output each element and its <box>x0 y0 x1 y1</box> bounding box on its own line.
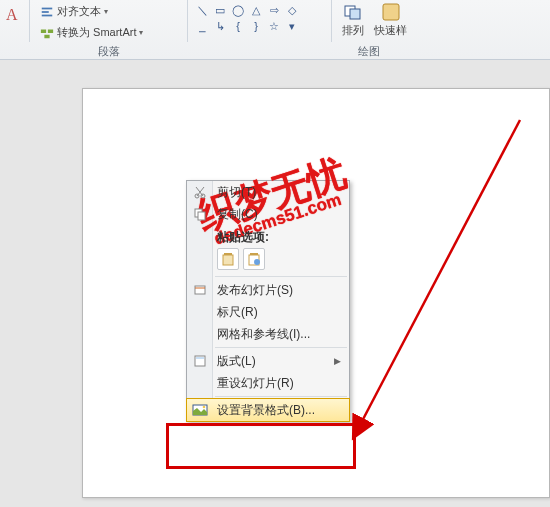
shape-oval[interactable]: ◯ <box>230 3 246 17</box>
svg-rect-4 <box>48 29 53 33</box>
shape-triangle[interactable]: △ <box>248 3 264 17</box>
chevron-down-icon: ▾ <box>104 7 108 16</box>
align-text-icon <box>40 5 54 19</box>
svg-rect-2 <box>42 14 53 16</box>
svg-rect-8 <box>383 4 399 20</box>
shape-more[interactable]: ▾ <box>284 19 300 33</box>
svg-rect-20 <box>196 357 204 359</box>
menu-format-background[interactable]: 设置背景格式(B)... <box>187 399 349 421</box>
layout-icon <box>192 353 208 369</box>
menu-copy[interactable]: 复制(C) <box>187 203 349 225</box>
menu-ruler[interactable]: 标尺(R) <box>187 301 349 323</box>
group-label-paragraph: 段落 <box>30 44 187 59</box>
shape-lineseg[interactable]: ⎯ <box>194 19 210 33</box>
menu-grid-guides[interactable]: 网格和参考线(I)... <box>187 323 349 345</box>
svg-rect-5 <box>44 34 49 38</box>
shape-rbrace[interactable]: } <box>248 19 264 33</box>
menu-separator <box>215 276 347 277</box>
shape-lbrace[interactable]: { <box>230 19 246 33</box>
shape-arrow[interactable]: ⇨ <box>266 3 282 17</box>
quick-styles-button[interactable]: 快速样 <box>370 2 411 40</box>
ribbon-group-shapes: ＼ ▭ ◯ △ ⇨ ◇ ⎯ ↳ { } ☆ ▾ <box>188 0 332 42</box>
arrange-icon <box>343 2 363 22</box>
svg-rect-7 <box>350 9 360 19</box>
shape-diamond[interactable]: ◇ <box>284 3 300 17</box>
menu-reset-label: 重设幻灯片(R) <box>217 375 294 392</box>
context-menu: 剪切(T) 复制(C) 粘贴选项: 发布幻灯片(S) 标尺(R) 网格和参考线(… <box>186 180 350 422</box>
svg-rect-0 <box>42 7 53 9</box>
convert-smartart-label: 转换为 SmartArt <box>57 25 136 40</box>
menu-publish-slides[interactable]: 发布幻灯片(S) <box>187 279 349 301</box>
svg-rect-14 <box>223 255 233 265</box>
convert-smartart-button[interactable]: 转换为 SmartArt ▾ <box>36 23 147 42</box>
paste-options-row <box>187 248 349 274</box>
ribbon-group-font-edge: A <box>0 0 30 42</box>
paste-option-1[interactable] <box>217 248 239 270</box>
arrange-button[interactable]: 排列 <box>338 2 368 40</box>
menu-cut[interactable]: 剪切(T) <box>187 181 349 203</box>
svg-rect-1 <box>42 11 49 13</box>
ribbon-group-paragraph: 对齐文本 ▾ 转换为 SmartArt ▾ 段落 <box>30 0 188 42</box>
font-color-icon[interactable]: A <box>6 6 18 24</box>
menu-publish-label: 发布幻灯片(S) <box>217 282 293 299</box>
paste-option-2[interactable] <box>243 248 265 270</box>
menu-reset-slide[interactable]: 重设幻灯片(R) <box>187 372 349 394</box>
chevron-right-icon: ▶ <box>334 356 341 366</box>
align-text-button[interactable]: 对齐文本 ▾ <box>36 2 112 21</box>
group-label-drawing: 绘图 <box>188 44 550 59</box>
menu-layout[interactable]: 版式(L) ▶ <box>187 350 349 372</box>
publish-icon <box>192 282 208 298</box>
ribbon-group-drawing: 排列 快速样 绘图 <box>332 0 550 42</box>
smartart-icon <box>40 26 54 40</box>
menu-grid-label: 网格和参考线(I)... <box>217 326 310 343</box>
svg-rect-18 <box>195 286 205 294</box>
svg-rect-12 <box>198 212 205 220</box>
cut-icon <box>192 184 208 200</box>
format-background-icon <box>192 402 208 418</box>
quick-styles-icon <box>381 2 401 22</box>
chevron-down-icon: ▾ <box>139 28 143 37</box>
menu-ruler-label: 标尺(R) <box>217 304 258 321</box>
quick-styles-label: 快速样 <box>374 23 407 38</box>
copy-icon <box>192 206 208 222</box>
ribbon: A 对齐文本 ▾ 转换为 SmartArt ▾ 段落 ＼ ▭ ◯ △ ⇨ ◇ <box>0 0 550 60</box>
menu-copy-label: 复制(C) <box>217 206 258 223</box>
svg-rect-3 <box>41 29 46 33</box>
shape-connector[interactable]: ↳ <box>212 19 228 33</box>
svg-point-17 <box>254 259 260 265</box>
shapes-gallery[interactable]: ＼ ▭ ◯ △ ⇨ ◇ ⎯ ↳ { } ☆ ▾ <box>194 3 325 33</box>
align-text-label: 对齐文本 <box>57 4 101 19</box>
shape-star[interactable]: ☆ <box>266 19 282 33</box>
menu-separator <box>215 396 347 397</box>
menu-cut-label: 剪切(T) <box>217 184 256 201</box>
shape-rect[interactable]: ▭ <box>212 3 228 17</box>
menu-separator <box>215 347 347 348</box>
paste-options-header: 粘贴选项: <box>187 225 349 248</box>
svg-point-22 <box>203 406 206 409</box>
menu-layout-label: 版式(L) <box>217 353 256 370</box>
menu-format-bg-label: 设置背景格式(B)... <box>217 402 315 419</box>
arrange-label: 排列 <box>342 23 364 38</box>
shape-line[interactable]: ＼ <box>194 3 210 17</box>
